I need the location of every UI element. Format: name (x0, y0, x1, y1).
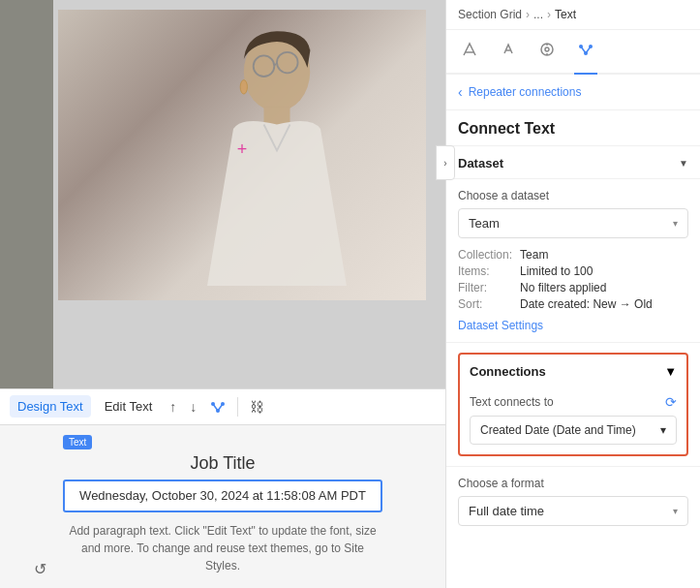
dataset-chevron-icon: ▼ (679, 158, 688, 169)
breadcrumb-sep2: › (547, 8, 551, 21)
text-connects-to-row: Text connects to ⟳ (470, 394, 677, 410)
canvas-area: + (0, 0, 445, 388)
text-content-area: Text Job Title Wednesday, October 30, 20… (0, 425, 445, 588)
breadcrumb-current: Text (555, 8, 576, 21)
collection-label: Collection: (458, 248, 512, 262)
edit-text-tab[interactable]: Edit Text (97, 395, 161, 418)
crosshair-icon: + (237, 140, 248, 158)
connections-toolbar-icon[interactable] (206, 395, 229, 418)
date-text-box[interactable]: Wednesday, October 30, 2024 at 11:58:08 … (63, 480, 382, 512)
filter-value: No filters applied (520, 281, 688, 294)
dataset-section-body: Choose a dataset Team ▾ Collection: Team… (446, 179, 700, 343)
tab-icon-row (446, 30, 700, 75)
field-dropdown-chevron: ▾ (660, 423, 666, 437)
toolbar-divider (237, 397, 238, 417)
dataset-section-title: Dataset (458, 156, 503, 170)
svg-point-5 (240, 80, 247, 94)
items-value: Limited to 100 (520, 264, 688, 278)
text-badge: Text (63, 435, 92, 449)
refresh-connections-icon[interactable]: ⟳ (665, 394, 677, 410)
collection-value: Team (520, 248, 688, 262)
svg-line-10 (218, 404, 223, 411)
connections-section-header[interactable]: Connections ▼ (460, 355, 686, 387)
breadcrumb-section-grid[interactable]: Section Grid (458, 8, 522, 21)
sort-label: Sort: (458, 297, 512, 311)
breadcrumb-sep1: › (526, 8, 530, 21)
connections-section: Connections ▼ Text connects to ⟳ Created… (458, 353, 688, 456)
editor-toolbar: Design Text Edit Text ↑ ↓ ⛓ (0, 388, 445, 425)
design-icon-tab[interactable] (458, 38, 481, 65)
right-panel: Section Grid › ... › Text (445, 0, 700, 588)
photo-container: + (58, 10, 426, 300)
move-up-button[interactable]: ↑ (166, 395, 180, 418)
design-text-tab[interactable]: Design Text (10, 395, 91, 418)
format-dropdown-chevron: ▾ (673, 506, 678, 516)
format-dropdown-value: Full date time (469, 504, 544, 518)
items-label: Items: (458, 264, 512, 278)
svg-line-9 (213, 404, 218, 411)
move-down-button[interactable]: ↓ (186, 395, 200, 418)
repeater-connections-nav[interactable]: ‹ Repeater connections (446, 75, 700, 110)
dataset-dropdown-chevron: ▾ (673, 218, 678, 229)
choose-dataset-label: Choose a dataset (458, 189, 688, 202)
format-dropdown[interactable]: Full date time ▾ (458, 496, 688, 526)
left-panel: + Design Text Edit Text ↑ ↓ ⛓ Text Job T… (0, 0, 445, 588)
side-strip (0, 0, 53, 388)
format-section: Choose a format Full date time ▾ (446, 466, 700, 536)
field-dropdown[interactable]: Created Date (Date and Time) ▾ (470, 416, 677, 445)
connections-title: Connections (470, 364, 546, 379)
svg-line-19 (581, 46, 586, 53)
paragraph-text: Add paragraph text. Click "Edit Text" to… (63, 518, 382, 578)
field-dropdown-value: Created Date (Date and Time) (480, 423, 636, 437)
breadcrumb-dots[interactable]: ... (533, 8, 543, 21)
link-button[interactable]: ⛓ (246, 395, 267, 418)
dataset-dropdown[interactable]: Team ▾ (458, 208, 688, 238)
photo-background: + (58, 10, 426, 300)
connections-chevron-icon: ▼ (664, 364, 677, 379)
dataset-settings-link[interactable]: Dataset Settings (458, 319, 543, 332)
svg-line-20 (586, 46, 591, 53)
breadcrumb: Section Grid › ... › Text (446, 0, 700, 30)
panel-collapse-button[interactable]: › (436, 145, 455, 180)
connections-body: Text connects to ⟳ Created Date (Date an… (460, 387, 686, 454)
job-title: Job Title (190, 453, 255, 474)
undo-button[interactable]: ↺ (34, 560, 46, 578)
choose-format-label: Choose a format (458, 477, 688, 490)
dataset-dropdown-value: Team (469, 216, 500, 231)
filter-label: Filter: (458, 281, 512, 294)
repeater-connections-label: Repeater connections (469, 85, 582, 99)
dataset-section-header[interactable]: Dataset ▼ (446, 146, 700, 179)
sort-value: Date created: New → Old (520, 297, 688, 311)
connections-icon-tab[interactable] (574, 38, 597, 65)
back-arrow-icon: ‹ (458, 84, 463, 100)
settings-icon-tab[interactable] (535, 38, 559, 65)
svg-point-13 (545, 47, 549, 51)
connect-text-title: Connect Text (446, 110, 700, 146)
text-connects-to-label: Text connects to (470, 395, 554, 409)
interactions-icon-tab[interactable] (497, 38, 520, 65)
dataset-info-grid: Collection: Team Items: Limited to 100 F… (458, 248, 688, 311)
